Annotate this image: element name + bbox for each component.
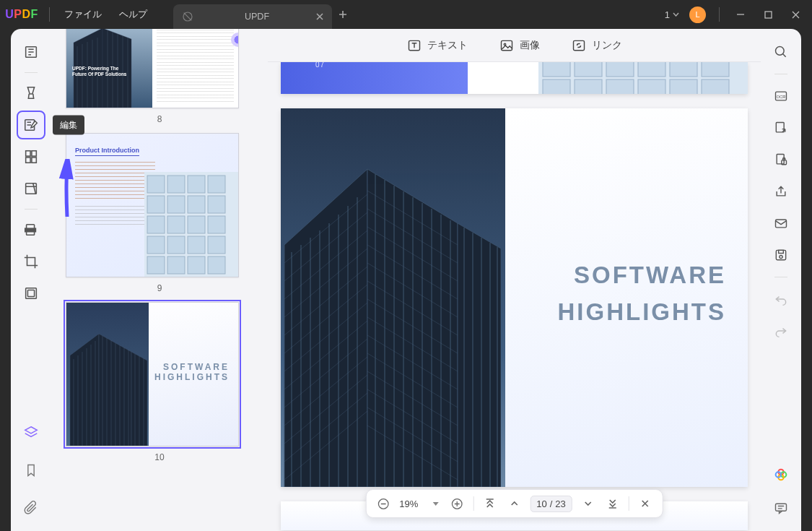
tool-attachment[interactable] bbox=[17, 493, 45, 522]
tool-form[interactable] bbox=[17, 174, 45, 203]
page-9-partial[interactable]: 07 bbox=[281, 62, 748, 94]
close-icon bbox=[641, 499, 650, 508]
minimize-icon bbox=[736, 10, 745, 19]
svg-rect-72 bbox=[606, 62, 634, 77]
tool-edit[interactable]: 編集 bbox=[17, 111, 45, 139]
double-chevron-up-icon bbox=[484, 498, 494, 509]
svg-rect-146 bbox=[779, 250, 784, 253]
save-button[interactable] bbox=[768, 242, 794, 268]
svg-rect-33 bbox=[208, 196, 225, 213]
thumb-page-9[interactable]: Product Introduction 9 bbox=[66, 133, 253, 293]
edit-text-button[interactable]: テキスト bbox=[407, 38, 468, 53]
svg-rect-40 bbox=[188, 236, 205, 254]
svg-rect-1 bbox=[765, 12, 772, 18]
svg-rect-28 bbox=[188, 176, 205, 193]
undo-button[interactable] bbox=[768, 286, 794, 312]
page-10[interactable]: SOFTWARE HIGHLIGHTS bbox=[281, 108, 748, 487]
window-maximize-button[interactable] bbox=[756, 4, 780, 25]
share-icon bbox=[774, 184, 788, 199]
tool-redact[interactable] bbox=[17, 215, 45, 244]
tool-comment[interactable] bbox=[17, 79, 45, 108]
thumb-number: 9 bbox=[66, 283, 253, 293]
edit-image-button[interactable]: 画像 bbox=[499, 38, 540, 53]
svg-rect-73 bbox=[638, 62, 665, 77]
svg-marker-47 bbox=[99, 334, 131, 446]
svg-rect-148 bbox=[776, 504, 787, 511]
statusbar-close-button[interactable] bbox=[637, 495, 654, 512]
next-page-button[interactable] bbox=[580, 495, 597, 512]
new-tab-button[interactable] bbox=[332, 10, 354, 19]
zoom-in-button[interactable] bbox=[448, 495, 466, 512]
last-page-button[interactable] bbox=[604, 495, 621, 512]
ocr-button[interactable]: OCR bbox=[768, 83, 794, 109]
svg-rect-76 bbox=[543, 79, 570, 94]
redo-button[interactable] bbox=[768, 318, 794, 344]
tool-layers[interactable] bbox=[17, 418, 45, 447]
paperclip-icon bbox=[24, 501, 38, 515]
search-icon bbox=[774, 45, 788, 59]
tab-doc-icon bbox=[182, 11, 193, 22]
menu-help[interactable]: ヘルプ bbox=[110, 8, 156, 21]
tool-compress[interactable] bbox=[17, 279, 45, 308]
double-chevron-down-icon bbox=[608, 498, 618, 509]
comment-icon bbox=[774, 501, 788, 515]
tool-organize[interactable] bbox=[17, 142, 45, 171]
zoom-value: 19% bbox=[399, 498, 425, 509]
tab-title: UPDF bbox=[201, 12, 313, 22]
thumb-page-8[interactable]: Growth Prospect UPDF: Powering The Futur… bbox=[66, 29, 253, 124]
svg-rect-39 bbox=[167, 236, 185, 254]
first-page-button[interactable] bbox=[481, 495, 498, 512]
search-button[interactable] bbox=[768, 39, 794, 65]
window-minimize-button[interactable] bbox=[728, 4, 753, 25]
email-button[interactable] bbox=[768, 210, 794, 236]
close-icon bbox=[316, 13, 323, 20]
chevron-down-icon bbox=[673, 12, 679, 17]
tool-reader[interactable] bbox=[17, 38, 45, 66]
menu-file[interactable]: ファイル bbox=[56, 8, 110, 21]
svg-rect-80 bbox=[670, 79, 697, 94]
zoom-dropdown[interactable] bbox=[432, 502, 438, 506]
thumb-number: 10 bbox=[66, 452, 253, 462]
lock-doc-icon bbox=[774, 152, 788, 167]
tool-crop[interactable] bbox=[17, 247, 45, 276]
page-indicator[interactable]: 10 / 23 bbox=[530, 496, 572, 512]
protect-button[interactable] bbox=[768, 147, 794, 173]
edit-link-button[interactable]: リンク bbox=[572, 38, 622, 53]
thumb-page-10[interactable]: SOFTWARE HIGHLIGHTS 10 bbox=[66, 302, 253, 462]
svg-rect-75 bbox=[702, 62, 729, 77]
thumbnails-panel[interactable]: Growth Prospect UPDF: Powering The Futur… bbox=[51, 29, 268, 531]
svg-rect-32 bbox=[188, 196, 205, 213]
convert-button[interactable] bbox=[768, 115, 794, 141]
ocr-icon: OCR bbox=[774, 89, 788, 103]
tool-bookmark[interactable] bbox=[17, 456, 45, 485]
right-toolbar: OCR bbox=[761, 29, 801, 531]
comments-panel-button[interactable] bbox=[768, 495, 794, 521]
tab-close-button[interactable] bbox=[313, 10, 326, 23]
svg-rect-38 bbox=[147, 236, 165, 254]
link-icon bbox=[572, 38, 586, 53]
text-icon bbox=[407, 38, 422, 53]
zoom-out-icon bbox=[377, 498, 390, 510]
svg-rect-37 bbox=[208, 216, 225, 233]
window-count: 1 bbox=[665, 9, 670, 20]
prev-page-button[interactable] bbox=[505, 495, 523, 512]
highlight-icon bbox=[23, 85, 39, 101]
zoom-out-button[interactable] bbox=[375, 495, 392, 512]
edit-toolbar: テキスト 画像 リンク bbox=[268, 29, 761, 62]
svg-rect-36 bbox=[188, 216, 205, 233]
ai-button[interactable] bbox=[768, 462, 794, 488]
user-avatar[interactable]: L bbox=[689, 7, 706, 23]
total-pages: 23 bbox=[555, 498, 565, 509]
svg-rect-71 bbox=[575, 62, 602, 77]
chevron-up-icon bbox=[509, 498, 519, 509]
thumb-number: 8 bbox=[66, 114, 253, 124]
share-button[interactable] bbox=[768, 178, 794, 204]
save-icon bbox=[774, 248, 788, 262]
thumb9-title: Product Introduction bbox=[75, 147, 139, 156]
document-tab[interactable]: UPDF bbox=[173, 4, 332, 29]
svg-rect-26 bbox=[147, 176, 165, 193]
window-switcher[interactable]: 1 bbox=[662, 9, 682, 20]
window-close-button[interactable] bbox=[783, 4, 808, 25]
document-canvas[interactable]: 07 bbox=[268, 62, 761, 531]
chevron-down-icon bbox=[583, 498, 593, 509]
